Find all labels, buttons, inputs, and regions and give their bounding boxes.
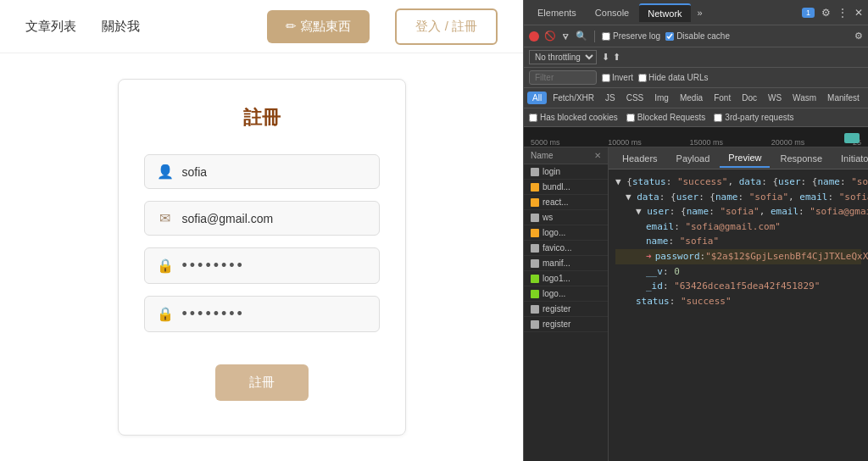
tab-console[interactable]: Console [587,4,637,21]
devtools-tabs: Elements Console Network » 1 ⚙ ⋮ ✕ [524,0,868,25]
tab-initiator[interactable]: Initiator [832,150,868,167]
js-icon [531,229,539,237]
list-item[interactable]: favico... [524,241,608,256]
timeline-activity-bar [844,133,860,143]
email-icon: ✉ [157,210,174,226]
filter-options: Invert Hide data URLs [602,73,709,82]
filter-input[interactable] [529,70,597,85]
tab-response[interactable]: Response [771,150,831,167]
json-line: name: "sofia" [615,234,861,249]
type-tab-css[interactable]: CSS [621,92,649,104]
tab-more[interactable]: » [693,4,708,21]
close-devtools-icon[interactable]: ✕ [854,7,863,19]
preview-tabs: Headers Payload Preview Response Initiat… [609,147,868,169]
has-blocked-cookies-checkbox[interactable] [529,114,537,122]
list-item[interactable]: register [524,317,608,332]
lock-confirm-icon: 🔒 [157,306,174,322]
json-line: ▼ {status: "success", data: {user: {name… [615,175,861,190]
list-item[interactable]: logo1... [524,271,608,286]
json-line: ▼ user: {name: "sofia", email: "sofia@gm… [615,204,861,219]
type-tab-manifest[interactable]: Manifest [822,92,865,104]
nav-about[interactable]: 關於我 [102,19,140,35]
write-button[interactable]: ✏ 寫點東西 [267,10,370,43]
password-dots: •••••••• [182,257,245,275]
blocked-requests-checkbox[interactable] [626,114,635,122]
import-icon[interactable]: ⬇ [602,52,609,63]
js-icon [531,198,539,207]
notification-badge: 1 [802,8,815,18]
username-input[interactable] [182,165,367,179]
form-title: 註冊 [243,105,281,131]
close-name-list-button[interactable]: ✕ [594,151,601,160]
tab-elements[interactable]: Elements [529,4,585,21]
preserve-log-checkbox[interactable] [602,32,610,41]
list-item[interactable]: login [524,164,608,180]
json-line: __v: 0 [615,264,861,280]
login-button[interactable]: 登入 / 註冊 [395,8,498,45]
search-icon[interactable]: 🔍 [576,31,587,42]
navbar: 文章列表 關於我 ✏ 寫點東西 登入 / 註冊 [0,0,523,53]
list-item[interactable]: react... [524,195,608,210]
record-button[interactable] [529,31,539,42]
doc-icon [531,168,539,176]
type-tab-media[interactable]: Media [675,92,708,104]
timeline-label-4: 20000 ms [771,138,805,147]
devtools-panel: Elements Console Network » 1 ⚙ ⋮ ✕ 🚫 ⛛ 🔍… [523,0,868,461]
doc-icon [531,305,539,314]
timeline-bar: 5000 ms 10000 ms 15000 ms 20000 ms 25 [524,127,868,147]
throttle-select[interactable]: No throttling [529,50,597,64]
hide-data-urls-label: Hide data URLs [638,73,709,82]
throttle-icons: ⬇ ⬆ [602,52,620,63]
doc-icon [531,259,539,268]
list-item[interactable]: ws [524,210,608,225]
disable-cache-checkbox[interactable] [665,32,674,41]
email-input[interactable] [182,212,367,225]
type-tab-js[interactable]: JS [600,92,620,104]
tab-network[interactable]: Network [639,3,690,22]
list-item[interactable]: register [524,302,608,317]
img-icon [531,275,539,283]
more-options-icon[interactable]: ⋮ [837,7,848,19]
submit-button[interactable]: 註冊 [215,364,309,401]
json-line: ▼ data: {user: {name: "sofia", email: "s… [615,190,861,205]
export-icon[interactable]: ⬆ [613,52,620,63]
type-tab-ws[interactable]: WS [763,92,787,104]
list-item[interactable]: bundl... [524,180,608,195]
type-tab-fetch[interactable]: Fetch/XHR [548,92,599,104]
tab-payload[interactable]: Payload [668,150,719,167]
tab-preview[interactable]: Preview [720,149,770,168]
nav-articles[interactable]: 文章列表 [25,19,76,35]
preserve-log-label: Preserve log [602,31,660,41]
doc-icon [531,320,539,329]
timeline-label-1: 5000 ms [531,138,560,147]
settings-icon[interactable]: ⚙ [821,7,831,19]
timeline-labels: 5000 ms 10000 ms 15000 ms 20000 ms 25 [531,138,861,147]
json-line: status: "success" [615,294,861,309]
third-party-checkbox[interactable] [714,114,722,122]
timeline-label-2: 10000 ms [608,138,642,147]
list-item[interactable]: logo... [524,286,608,302]
filter-icon[interactable]: ⛛ [561,31,570,42]
hide-data-urls-checkbox[interactable] [638,74,647,82]
js-icon [531,183,539,192]
img-icon [531,290,539,298]
invert-checkbox[interactable] [602,74,610,82]
doc-icon [531,214,539,222]
lock-icon: 🔒 [157,258,174,274]
password-group: 🔒 •••••••• [144,247,380,284]
devtools-toolbar: 🚫 ⛛ 🔍 Preserve log Disable cache ⚙ [524,25,868,47]
json-tree: ▼ {status: "success", data: {user: {name… [609,169,868,461]
clear-button[interactable]: 🚫 [544,31,556,42]
gear-icon[interactable]: ⚙ [854,31,863,42]
tab-headers[interactable]: Headers [614,150,666,167]
list-item[interactable]: manif... [524,256,608,271]
type-tab-wasm[interactable]: Wasm [787,92,821,104]
type-tab-all[interactable]: All [527,92,547,104]
list-item[interactable]: logo... [524,225,608,241]
type-tab-img[interactable]: Img [649,92,674,104]
website-panel: 文章列表 關於我 ✏ 寫點東西 登入 / 註冊 註冊 👤 ✉ 🔒 •••••••… [0,0,523,461]
type-tab-font[interactable]: Font [709,92,736,104]
has-blocked-cookies-label: Has blocked cookies [529,113,618,122]
name-list: Name ✕ login bundl... react... ws logo..… [524,147,609,461]
type-tab-doc[interactable]: Doc [737,92,762,104]
